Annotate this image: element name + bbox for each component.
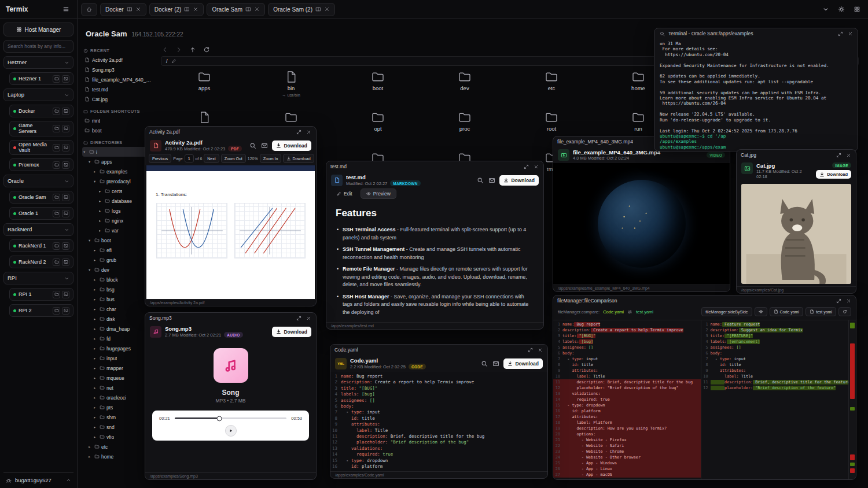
recent-file[interactable]: Activity 2a.pdf — [82, 55, 154, 65]
nav-up-button[interactable] — [189, 46, 197, 54]
expand-icon[interactable] — [295, 128, 302, 135]
tree-chevron-icon[interactable]: ▸ — [94, 327, 98, 331]
expand-icon[interactable] — [527, 346, 534, 353]
side-by-side-button[interactable]: fileManager.sideBySide — [701, 307, 752, 316]
expand-icon[interactable] — [837, 30, 844, 37]
tree-chevron-icon[interactable]: ▸ — [99, 228, 103, 233]
close-icon[interactable] — [305, 315, 312, 321]
session-tab[interactable]: Docker (2) — [149, 3, 204, 16]
file-manager-icon[interactable] — [53, 258, 60, 266]
tree-chevron-icon[interactable]: ▸ — [94, 376, 98, 380]
host-row[interactable]: RackNerd 1 — [9, 239, 73, 252]
directory-tree-item[interactable]: ▸ mapper — [82, 363, 154, 373]
directory-tree-item[interactable]: ▾ dev — [82, 265, 154, 275]
download-button[interactable]: Download — [499, 175, 539, 186]
tree-chevron-icon[interactable]: ▾ — [94, 179, 98, 184]
folder-item[interactable]: opt — [334, 110, 421, 144]
split-icon[interactable] — [127, 6, 133, 12]
download-button[interactable]: Download — [503, 358, 543, 369]
expand-icon[interactable] — [835, 151, 842, 158]
download-button[interactable]: Download — [272, 327, 311, 337]
directory-tree-item[interactable]: ▸ disk — [82, 314, 154, 324]
folder-item[interactable]: dev — [421, 70, 508, 103]
directory-tree-item[interactable]: ▾ boot — [82, 235, 154, 245]
file-manager-icon[interactable] — [53, 242, 60, 250]
host-row[interactable]: Oracle Sam — [9, 191, 73, 204]
file-manager-icon[interactable] — [53, 210, 60, 217]
close-icon[interactable] — [305, 128, 312, 135]
directory-tree-item[interactable]: ▸ block — [82, 275, 154, 284]
diff-minimap[interactable] — [848, 320, 856, 479]
terminal-icon[interactable] — [62, 108, 69, 115]
directory-tree-item[interactable]: ▸ nginx — [82, 216, 154, 225]
directory-tree-item[interactable]: ▸ mqueue — [82, 373, 154, 383]
file-manager-icon[interactable] — [53, 194, 60, 201]
directory-tree-item[interactable]: ▾ apps — [82, 157, 154, 167]
session-tab[interactable]: Docker — [100, 3, 146, 16]
directory-tree-item[interactable]: ▾ pterodactyl — [82, 176, 154, 186]
directory-tree-item[interactable]: ▸ database — [82, 196, 154, 206]
chevron-down-icon[interactable] — [64, 93, 69, 98]
directory-tree-item[interactable]: ▸ pts — [82, 402, 154, 412]
close-icon[interactable] — [532, 163, 539, 170]
host-row[interactable]: Oracle 1 — [9, 207, 73, 220]
close-icon[interactable] — [845, 297, 852, 304]
tree-chevron-icon[interactable]: ▸ — [94, 337, 98, 341]
mail-icon[interactable] — [492, 360, 500, 368]
directory-tree-item[interactable]: ▸ hugepages — [82, 343, 154, 353]
tree-chevron-icon[interactable]: ▸ — [94, 356, 98, 361]
folder-item[interactable]: boot — [334, 70, 421, 103]
play-button[interactable] — [225, 425, 237, 437]
split-icon[interactable] — [315, 6, 321, 12]
directory-tree-item[interactable]: ▸ snd — [82, 422, 154, 432]
close-icon[interactable] — [135, 6, 141, 12]
directory-tree-item[interactable]: ▸ char — [82, 304, 154, 314]
mail-icon[interactable] — [260, 142, 269, 150]
tree-chevron-icon[interactable]: ▸ — [89, 445, 93, 449]
tree-chevron-icon[interactable]: ▾ — [83, 150, 87, 154]
directory-tree-item[interactable]: ▸ home — [82, 452, 154, 461]
directory-tree-item[interactable]: ▸ var — [82, 225, 154, 235]
tree-chevron-icon[interactable]: ▸ — [99, 199, 103, 204]
download-page-button[interactable]: Download — [283, 154, 314, 163]
image-canvas[interactable] — [741, 184, 851, 284]
folder-item[interactable]: etc — [508, 70, 595, 103]
terminal-icon[interactable] — [62, 161, 69, 169]
tree-chevron-icon[interactable]: ▸ — [94, 346, 98, 351]
file-manager-icon[interactable] — [53, 144, 60, 151]
close-icon[interactable] — [254, 6, 260, 12]
diff-right-lines[interactable]: 1name: Feature request2description: Sugg… — [701, 320, 849, 479]
tree-chevron-icon[interactable]: ▾ — [89, 238, 93, 243]
nav-forward-button[interactable] — [175, 46, 183, 54]
directory-tree-item[interactable]: ▸ fd — [82, 334, 154, 343]
download-button[interactable]: Download — [272, 141, 311, 151]
expand-icon[interactable] — [295, 315, 302, 321]
nav-back-button[interactable] — [161, 46, 169, 54]
code-editor-lines[interactable]: 1name: Bug report2description: Create a … — [330, 372, 547, 471]
tree-chevron-icon[interactable]: ▸ — [94, 395, 98, 400]
search-icon[interactable] — [476, 176, 484, 184]
swap-icon[interactable] — [627, 309, 632, 315]
terminal-icon[interactable] — [62, 291, 69, 298]
host-row[interactable]: Laptop — [3, 88, 73, 101]
host-row[interactable]: Hetzner — [3, 56, 73, 69]
markdown-preview[interactable]: Features SSH Terminal Access - Full-feat… — [326, 202, 543, 322]
audio-progress-thumb[interactable] — [217, 416, 222, 421]
directory-tree-item[interactable]: ▾ / — [82, 147, 154, 157]
expand-icon[interactable] — [835, 297, 842, 304]
tree-chevron-icon[interactable]: ▸ — [99, 189, 103, 194]
tab-edit[interactable]: Edit — [331, 188, 358, 199]
session-tab[interactable]: Oracle Sam — [207, 3, 265, 16]
tree-chevron-icon[interactable]: ▸ — [94, 425, 98, 430]
recent-file[interactable]: file_example_MP4_640_3MG... — [82, 75, 154, 84]
tree-chevron-icon[interactable]: ▸ — [94, 258, 98, 263]
host-row[interactable]: Open Media Vault — [9, 140, 73, 156]
split-icon[interactable] — [184, 6, 190, 12]
search-icon[interactable] — [480, 360, 488, 368]
tree-chevron-icon[interactable]: ▸ — [94, 169, 98, 174]
directory-tree-item[interactable]: ▸ dma_heap — [82, 324, 154, 334]
file-manager-icon[interactable] — [53, 125, 60, 132]
zoom-out-button[interactable]: Zoom Out — [221, 154, 246, 163]
chevron-up-icon[interactable] — [66, 478, 71, 483]
tab-preview[interactable]: Preview — [361, 188, 396, 199]
